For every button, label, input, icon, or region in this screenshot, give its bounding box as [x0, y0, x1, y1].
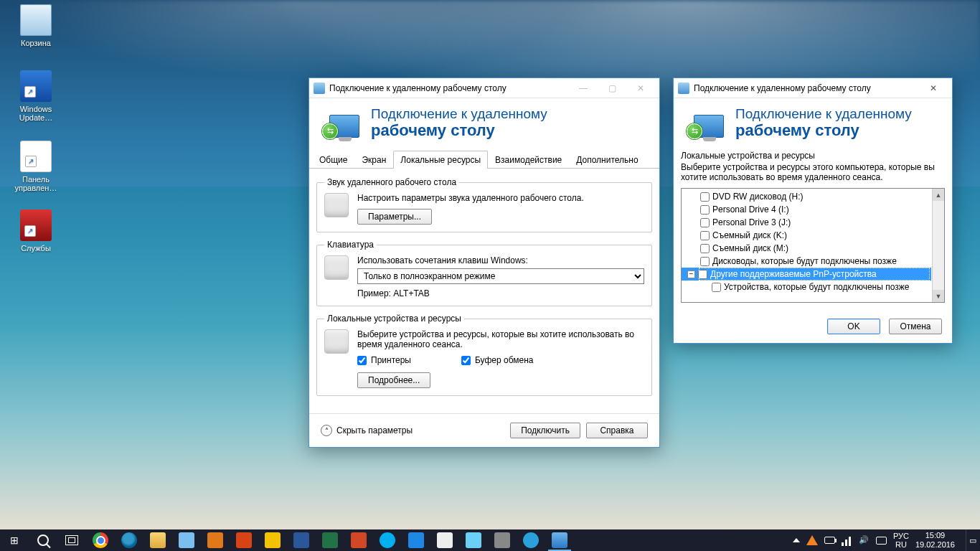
chrome-icon [93, 532, 108, 548]
taskbar-app-explorer[interactable] [143, 529, 172, 551]
taskbar-app-skype[interactable] [373, 529, 402, 551]
help-button[interactable]: Справка [586, 423, 648, 438]
tree-item-removable-k[interactable]: Съемный диск (K:) [682, 229, 931, 242]
taskbar-app-powerpoint[interactable] [344, 529, 373, 551]
group-label: Локальные устройства и ресурсы [674, 148, 952, 161]
ok-button[interactable]: OK [827, 319, 880, 334]
taskbar-app-generic1[interactable] [430, 529, 459, 551]
taskbar-app-excel[interactable] [316, 529, 344, 551]
taskbar-app-q[interactable] [230, 529, 258, 551]
tree-item-pnp-devices[interactable]: − Другие поддерживаемые PnP-устройства [682, 268, 931, 281]
taskbar: ⊞ 🔊 РУС RU 15:09 19.02.2016 ▭ [0, 529, 980, 551]
desktop-icon-recycle[interactable]: Корзина [9, 4, 63, 47]
tray-overflow-icon[interactable] [793, 538, 800, 542]
tree-item-future-disks[interactable]: Дисководы, которые будут подключены позж… [682, 255, 931, 268]
tree-item-future-devices[interactable]: Устройства, которые будут подключены поз… [682, 281, 931, 293]
skype-icon [380, 532, 395, 548]
text: Выберите устройства и ресурсы, которые в… [357, 329, 644, 349]
hide-options-button[interactable]: ˄ Скрыть параметры [321, 425, 413, 436]
services-icon [20, 209, 52, 241]
banner-line1: Подключение к удаленному [371, 107, 547, 122]
taskview-button[interactable] [57, 529, 86, 551]
tab-bar: Общие Экран Локальные ресурсы Взаимодейс… [309, 151, 659, 169]
calculator-icon [207, 532, 223, 548]
taskbar-app-chrome[interactable] [86, 529, 115, 551]
ie-icon [121, 532, 137, 548]
banner-line2: рабочему столу [735, 122, 912, 139]
taskbar-app-teamviewer[interactable] [402, 529, 430, 551]
more-devices-button[interactable]: Подробнее... [357, 372, 430, 388]
taskbar-app-notepadpp[interactable] [172, 529, 201, 551]
banner-line1: Подключение к удаленному [735, 107, 912, 122]
taskbar-app-calculator[interactable] [201, 529, 230, 551]
vlc-icon[interactable] [806, 535, 818, 545]
desktop-icon-services[interactable]: Службы [9, 209, 63, 253]
tree-item-dvd[interactable]: DVD RW дисковод (H:) [682, 190, 931, 203]
device-tree[interactable]: DVD RW дисковод (H:) Personal Drive 4 (I… [681, 188, 945, 303]
titlebar[interactable]: Подключение к удаленному рабочему столу … [674, 78, 952, 98]
taskbar-app-ie[interactable] [115, 529, 143, 551]
taskbar-app-outlook[interactable] [258, 529, 287, 551]
banner: Подключение к удаленному рабочему столу [674, 98, 952, 148]
cancel-button[interactable]: Отмена [889, 319, 942, 334]
taskbar-app-rdp[interactable] [545, 529, 574, 551]
close-button[interactable]: ✕ [919, 80, 948, 97]
rdp-logo-icon [687, 109, 724, 138]
banner-line2: рабочему столу [371, 122, 547, 139]
tree-item-pd3[interactable]: Personal Drive 3 (J:) [682, 216, 931, 229]
window-title: Подключение к удаленному рабочему столу [694, 83, 871, 93]
rdp-main-window: Подключение к удаленному рабочему столу … [308, 77, 660, 448]
rdp-icon [552, 532, 567, 548]
minimize-button[interactable]: — [569, 80, 598, 97]
keyboard-tray-icon[interactable] [876, 537, 887, 545]
windows-update-icon [20, 70, 52, 102]
dialog-footer: ˄ Скрыть параметры Подключить Справка [309, 413, 659, 447]
taskbar-app-word[interactable] [287, 529, 316, 551]
close-button[interactable]: ✕ [626, 80, 655, 97]
scroll-up-icon[interactable]: ▲ [933, 189, 944, 201]
desktop-icon-ctrlpanel[interactable]: Панель управлен… [9, 141, 63, 192]
label: Панель управлен… [9, 175, 63, 192]
tab-advanced[interactable]: Дополнительно [569, 151, 645, 169]
legend: Звук удаленного рабочего стола [324, 177, 459, 187]
taskbar-app-generic2[interactable] [488, 529, 517, 551]
tree-item-removable-m[interactable]: Съемный диск (M:) [682, 242, 931, 255]
network-icon[interactable] [842, 535, 852, 546]
battery-icon[interactable] [824, 537, 835, 544]
hint: Пример: ALT+TAB [357, 288, 644, 298]
collapse-icon[interactable]: − [687, 270, 695, 278]
desktop-icon-winupdate[interactable]: Windows Update… [9, 70, 63, 122]
checkbox-clipboard[interactable]: Буфер обмена [461, 355, 534, 365]
tab-general[interactable]: Общие [312, 151, 354, 169]
devices-icon [324, 329, 349, 354]
volume-icon[interactable]: 🔊 [859, 535, 870, 546]
checkbox-printers[interactable]: Принтеры [357, 355, 411, 365]
folder-icon [150, 532, 166, 548]
search-icon [37, 534, 49, 546]
connect-button[interactable]: Подключить [510, 423, 580, 438]
input-language[interactable]: РУС RU [893, 532, 909, 549]
rdp-icon [314, 83, 325, 94]
rdp-icon [678, 83, 689, 94]
scrollbar[interactable]: ▲ ▼ [932, 189, 944, 302]
taskbar-app-telegram[interactable] [517, 529, 545, 551]
legend: Клавиатура [324, 240, 377, 250]
tree-item-pd4[interactable]: Personal Drive 4 (I:) [682, 203, 931, 216]
titlebar[interactable]: Подключение к удаленному рабочему столу … [309, 78, 659, 98]
keyboard-combo-select[interactable]: Только в полноэкранном режиме [357, 268, 644, 284]
start-button[interactable]: ⊞ [0, 529, 29, 551]
legend: Локальные устройства и ресурсы [324, 314, 464, 324]
text: Настроить параметры звука удаленного раб… [357, 193, 644, 203]
clock[interactable]: 15:09 19.02.2016 [915, 531, 959, 549]
tab-display[interactable]: Экран [354, 151, 393, 169]
scroll-down-icon[interactable]: ▼ [933, 290, 944, 302]
search-button[interactable] [29, 529, 57, 551]
banner: Подключение к удаленному рабочему столу [309, 98, 659, 151]
tab-local-resources[interactable]: Локальные ресурсы [393, 151, 488, 169]
dialog-footer: OK Отмена [674, 303, 952, 343]
tab-experience[interactable]: Взаимодействие [488, 151, 569, 169]
action-center-icon[interactable]: ▭ [966, 529, 979, 551]
audio-settings-button[interactable]: Параметры... [357, 209, 432, 225]
taskbar-app-onedrive[interactable] [459, 529, 488, 551]
onedrive-icon [466, 532, 481, 548]
